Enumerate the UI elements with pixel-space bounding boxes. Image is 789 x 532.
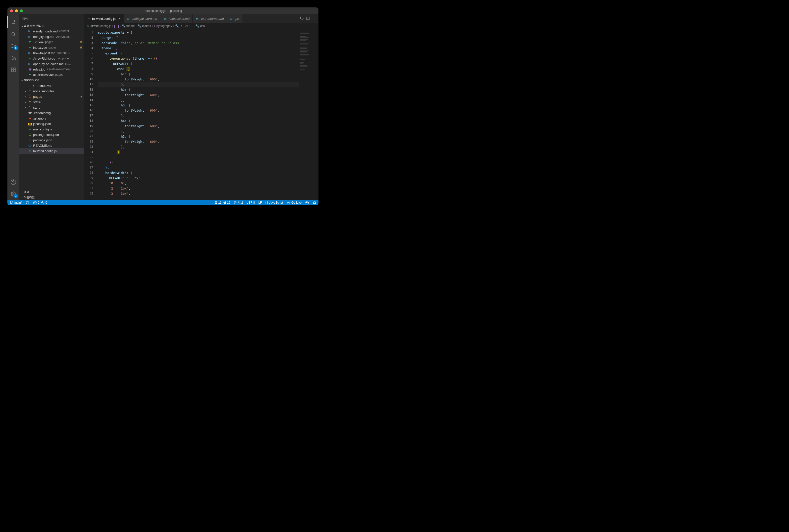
code-line[interactable]: purge: [], xyxy=(97,35,299,40)
tree-item[interactable]: ◆.gitignore xyxy=(19,116,84,121)
more-icon[interactable]: ··· xyxy=(312,17,316,21)
breadcrumb[interactable]: ≈ tailwind.config.js›[⋯] ›🔧 theme›🔧 exte… xyxy=(84,23,318,29)
code-line[interactable]: fontWeight: '600', xyxy=(97,92,299,97)
editor-tab[interactable]: M↓laurenturner.md xyxy=(193,14,227,23)
project-header[interactable]: ⌄ GDSCBLOG xyxy=(19,77,84,83)
code-line[interactable]: h1: { xyxy=(97,72,299,77)
code-line[interactable]: }) xyxy=(97,160,299,165)
open-editor-item[interactable]: ▼_id.vuepagesM xyxy=(19,39,84,45)
code-line[interactable]: }, xyxy=(97,113,299,118)
settings-button[interactable]: 1 xyxy=(7,188,19,200)
run-debug-view-button[interactable] xyxy=(7,52,19,64)
tree-item[interactable]: ≈tailwind.config.js xyxy=(19,148,84,154)
minimap[interactable] xyxy=(299,29,318,200)
editor-tab[interactable]: M↓pe xyxy=(227,14,242,23)
outline-header[interactable]: › 개요 xyxy=(19,189,84,194)
code-line[interactable]: } xyxy=(97,149,299,155)
open-editor-item[interactable]: M↓open-py-on-colab.mdco... xyxy=(19,61,84,66)
breadcrumb-segment[interactable]: 🔧 theme xyxy=(122,24,135,28)
feedback-status[interactable] xyxy=(305,201,309,205)
open-editor-item[interactable]: ▣rules.jpgassets/resources/... xyxy=(19,66,84,72)
editor-tab[interactable]: M↓katesacker.md xyxy=(160,14,193,23)
code-line[interactable]: '0': '0', xyxy=(97,180,299,186)
language-mode-status[interactable]: { } JavaScript xyxy=(265,201,283,204)
code-line[interactable]: }, xyxy=(97,82,299,87)
breadcrumb-segment[interactable]: 🔧 extend xyxy=(138,24,151,28)
indentation-status[interactable]: 공백: 2 xyxy=(234,201,243,205)
code-line[interactable]: typography: (theme) => ({ xyxy=(97,56,299,61)
go-live-status[interactable]: Go Live xyxy=(287,201,301,205)
timeline-header[interactable]: › 타임라인 xyxy=(19,194,84,200)
breadcrumb-segment[interactable]: 🔧 css xyxy=(196,24,205,28)
explorer-view-button[interactable] xyxy=(7,16,19,28)
code-content[interactable]: module.exports = { purge: [], darkMode: … xyxy=(96,29,299,200)
sync-status[interactable] xyxy=(25,201,30,205)
open-editor-item[interactable]: M↓hongkyung.mdcontent/m... xyxy=(19,34,84,39)
code-line[interactable]: darkMode: false, // or 'media' or 'class… xyxy=(97,40,299,45)
notifications-status[interactable] xyxy=(313,201,316,205)
code-line[interactable]: extend: { xyxy=(97,51,299,56)
open-editor-item[interactable]: M↓how-to-post.mdcontent/... xyxy=(19,50,84,56)
breadcrumb-segment[interactable]: ⬡ typography xyxy=(154,24,172,28)
scm-view-button[interactable]: 5 xyxy=(7,40,19,52)
code-line[interactable]: h5: { xyxy=(97,134,299,139)
accounts-button[interactable] xyxy=(7,176,19,188)
code-line[interactable]: }, xyxy=(97,144,299,149)
code-line[interactable]: }, xyxy=(97,129,299,134)
code-line[interactable]: borderWidth: { xyxy=(97,170,299,175)
code-line[interactable]: }, xyxy=(97,165,299,170)
close-tab-icon[interactable]: ✕ xyxy=(118,17,121,21)
code-line[interactable]: h3: { xyxy=(97,103,299,108)
code-line[interactable]: }, xyxy=(97,97,299,103)
search-view-button[interactable] xyxy=(7,28,19,40)
code-line[interactable]: fontWeight: '600', xyxy=(97,108,299,113)
split-editor-icon[interactable] xyxy=(306,16,310,21)
tree-item[interactable]: ›🗀static xyxy=(19,99,84,104)
breadcrumb-segment[interactable]: [⋯] xyxy=(114,24,119,28)
code-line[interactable]: fontWeight: '600', xyxy=(97,124,299,129)
code-editor[interactable]: 1234567891011121314151617181920212223242… xyxy=(84,29,318,200)
code-line[interactable]: css: { xyxy=(97,66,299,72)
code-line[interactable]: '3': '3px', xyxy=(97,191,299,196)
code-line[interactable]: module.exports = { xyxy=(97,30,299,35)
code-line[interactable]: fontWeight: '600', xyxy=(97,139,299,144)
maximize-window-button[interactable] xyxy=(20,10,23,12)
tree-item[interactable]: JSjsconfig.json xyxy=(19,121,84,127)
open-editor-item[interactable]: M↓wendyrhoads.mdcontent... xyxy=(19,28,84,34)
tree-item[interactable]: 🐭.editorconfig xyxy=(19,110,84,116)
tree-item[interactable]: ⬡package-lock.json xyxy=(19,132,84,137)
problems-status[interactable]: 0 0 xyxy=(33,201,47,205)
cursor-position-status[interactable]: 줄 11, 열 15 xyxy=(215,201,230,205)
minimize-window-button[interactable] xyxy=(15,10,18,12)
breadcrumb-segment[interactable]: 🔧 DEFAULT xyxy=(175,24,193,28)
open-editors-header[interactable]: ⌄ 열려 있는 편집기 xyxy=(19,23,84,28)
encoding-status[interactable]: UTF-8 xyxy=(246,201,255,204)
close-window-button[interactable] xyxy=(10,10,13,12)
tree-item[interactable]: ›🗀pages● xyxy=(19,94,84,99)
code-line[interactable]: h4: { xyxy=(97,118,299,124)
editor-tab[interactable]: M↓bobbyaxelord.md xyxy=(124,14,161,23)
eol-status[interactable]: LF xyxy=(258,201,262,204)
tree-item[interactable]: ›🗀node_modules xyxy=(19,88,84,94)
code-line[interactable]: '2': '2px', xyxy=(97,186,299,191)
open-editor-item[interactable]: ▼ArrowRight.vuecompone... xyxy=(19,56,84,61)
open-editor-item[interactable]: ▼index.vuepagesM xyxy=(19,45,84,50)
tree-item[interactable]: ▼default.vue xyxy=(19,83,84,88)
tree-item[interactable]: ⓘREADME.md xyxy=(19,143,84,148)
code-line[interactable]: DEFAULT: '0.5px', xyxy=(97,175,299,180)
tree-item[interactable]: ⬡package.json xyxy=(19,137,84,143)
code-line[interactable]: fontWeight: '600', xyxy=(97,77,299,82)
code-line[interactable]: theme: { xyxy=(97,45,299,51)
code-line[interactable]: DEFAULT: { xyxy=(97,61,299,66)
editor-tab[interactable]: ≈tailwind.config.js✕ xyxy=(84,14,124,23)
history-icon[interactable] xyxy=(300,16,304,21)
open-editor-item[interactable]: ▼all-articles.vuepages xyxy=(19,72,84,77)
tree-item[interactable]: ▲nuxt.config.js xyxy=(19,127,84,132)
tree-item[interactable]: ›🗀store xyxy=(19,104,84,110)
extensions-view-button[interactable] xyxy=(7,64,19,76)
breadcrumb-segment[interactable]: ≈ tailwind.config.js xyxy=(87,24,111,28)
git-branch-status[interactable]: main* xyxy=(10,201,22,205)
more-icon[interactable]: ··· xyxy=(77,17,81,20)
code-line[interactable]: h2: { xyxy=(97,87,299,92)
code-line[interactable]: } xyxy=(97,155,299,160)
